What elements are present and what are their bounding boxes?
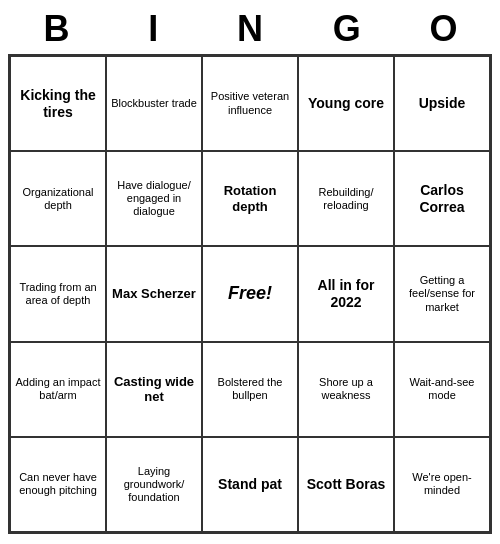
bingo-letter-n: N bbox=[202, 8, 299, 50]
bingo-cell-5[interactable]: Organizational depth bbox=[10, 151, 106, 246]
bingo-cell-11[interactable]: Max Scherzer bbox=[106, 246, 202, 341]
bingo-cell-17[interactable]: Bolstered the bullpen bbox=[202, 342, 298, 437]
bingo-cell-0[interactable]: Kicking the tires bbox=[10, 56, 106, 151]
bingo-cell-19[interactable]: Wait-and-see mode bbox=[394, 342, 490, 437]
bingo-cell-23[interactable]: Scott Boras bbox=[298, 437, 394, 532]
bingo-cell-24[interactable]: We're open-minded bbox=[394, 437, 490, 532]
bingo-cell-13[interactable]: All in for 2022 bbox=[298, 246, 394, 341]
bingo-cell-21[interactable]: Laying groundwork/ foundation bbox=[106, 437, 202, 532]
bingo-letter-o: O bbox=[395, 8, 492, 50]
bingo-cell-6[interactable]: Have dialogue/ engaged in dialogue bbox=[106, 151, 202, 246]
bingo-letter-i: I bbox=[105, 8, 202, 50]
bingo-cell-9[interactable]: Carlos Correa bbox=[394, 151, 490, 246]
bingo-cell-10[interactable]: Trading from an area of depth bbox=[10, 246, 106, 341]
bingo-title: BINGO bbox=[8, 8, 492, 50]
bingo-cell-3[interactable]: Young core bbox=[298, 56, 394, 151]
bingo-cell-1[interactable]: Blockbuster trade bbox=[106, 56, 202, 151]
bingo-cell-20[interactable]: Can never have enough pitching bbox=[10, 437, 106, 532]
bingo-cell-16[interactable]: Casting wide net bbox=[106, 342, 202, 437]
bingo-cell-18[interactable]: Shore up a weakness bbox=[298, 342, 394, 437]
bingo-cell-7[interactable]: Rotation depth bbox=[202, 151, 298, 246]
bingo-letter-b: B bbox=[8, 8, 105, 50]
bingo-cell-15[interactable]: Adding an impact bat/arm bbox=[10, 342, 106, 437]
bingo-cell-22[interactable]: Stand pat bbox=[202, 437, 298, 532]
bingo-grid: Kicking the tiresBlockbuster tradePositi… bbox=[8, 54, 492, 534]
bingo-cell-14[interactable]: Getting a feel/sense for market bbox=[394, 246, 490, 341]
bingo-cell-2[interactable]: Positive veteran influence bbox=[202, 56, 298, 151]
bingo-cell-12[interactable]: Free! bbox=[202, 246, 298, 341]
bingo-cell-4[interactable]: Upside bbox=[394, 56, 490, 151]
bingo-cell-8[interactable]: Rebuilding/ reloading bbox=[298, 151, 394, 246]
bingo-letter-g: G bbox=[298, 8, 395, 50]
